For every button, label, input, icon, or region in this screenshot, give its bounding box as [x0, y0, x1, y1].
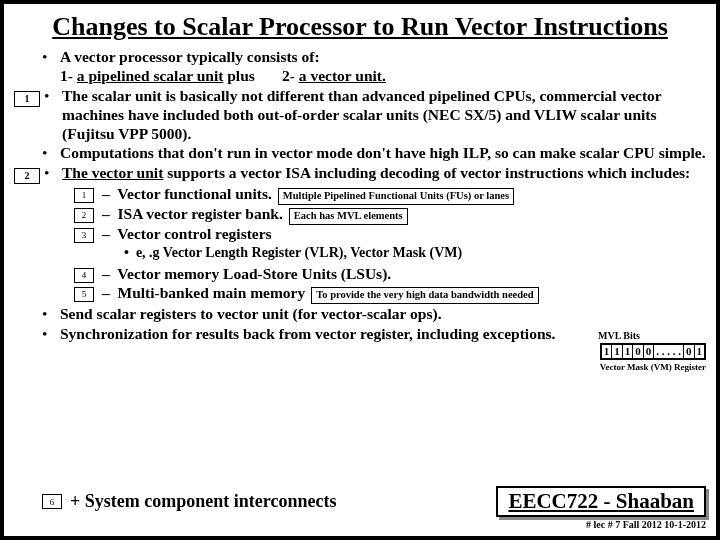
page-title: Changes to Scalar Processor to Run Vecto… [14, 12, 706, 42]
bit-box: 11100. . . . .01 [600, 343, 706, 360]
subnum-4: 4 [74, 268, 94, 283]
marker-1: 1 [14, 91, 40, 107]
subnum-5: 5 [74, 287, 94, 302]
footer-text: # lec # 7 Fall 2012 10-1-2012 [14, 519, 706, 530]
bullet-2: The scalar unit is basically not differe… [62, 87, 706, 144]
subnum-2: 2 [74, 208, 94, 223]
slide: Changes to Scalar Processor to Run Vecto… [0, 0, 720, 540]
course-box: EECC722 - Shaaban [496, 486, 706, 517]
subnum-6: 6 [42, 494, 62, 509]
vm-register-label: Vector Mask (VM) Register [600, 362, 706, 373]
vlr-text: e, .g Vector Length Register (VLR), Vect… [136, 245, 462, 260]
bullet-3: Computations that don't run in vector mo… [60, 144, 706, 163]
marker-2: 2 [14, 168, 40, 184]
subnum-3: 3 [74, 228, 94, 243]
note-bandwidth: To provide the very high data bandwidth … [311, 287, 538, 304]
mvl-bits-label: MVL Bits [598, 330, 640, 342]
bullet-4a: The vector unit [62, 164, 163, 181]
bullet-1a: A vector processor typically consists of… [60, 48, 320, 65]
content: •A vector processor typically consists o… [14, 48, 706, 344]
bullet-5: Send scalar registers to vector unit (fo… [60, 305, 706, 324]
note-fus: Multiple Pipelined Functional Units (FUs… [278, 188, 514, 205]
subnum-1: 1 [74, 188, 94, 203]
note-mvl: Each has MVL elements [289, 208, 408, 225]
footer-area: 6 + System component interconnects EECC7… [14, 486, 706, 530]
sys-interconnect: + System component interconnects [70, 491, 336, 512]
